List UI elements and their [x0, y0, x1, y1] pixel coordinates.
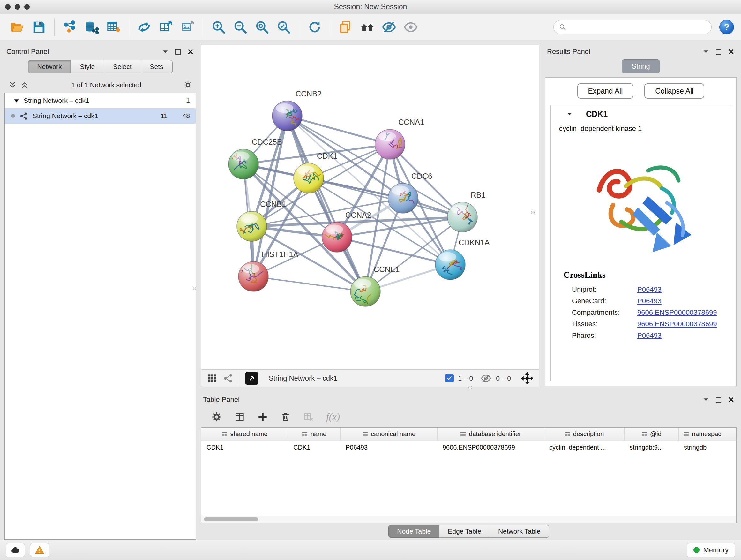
column-header--id[interactable]: @id: [624, 428, 679, 441]
column-header-description[interactable]: description: [544, 428, 624, 441]
new-network-from-selection-button[interactable]: [134, 17, 154, 38]
hide-selected-button[interactable]: [379, 17, 399, 38]
expand-all-icon[interactable]: [8, 81, 17, 89]
horizontal-scrollbar[interactable]: [201, 516, 736, 523]
tab-network-table[interactable]: Network Table: [490, 525, 549, 538]
network-edge[interactable]: [287, 116, 365, 292]
help-button[interactable]: ?: [719, 20, 734, 35]
network-node-CDK1[interactable]: CDK1: [293, 152, 337, 193]
tab-node-table[interactable]: Node Table: [388, 525, 440, 538]
panel-maximize-icon[interactable]: [175, 49, 181, 55]
network-edge[interactable]: [253, 276, 365, 292]
birdseye-view-icon[interactable]: [207, 373, 217, 383]
main-area: Control Panel NetworkStyleSelectSets 1 o…: [0, 40, 741, 540]
splitter-handle[interactable]: [193, 287, 196, 290]
zoom-fit-button[interactable]: [252, 17, 272, 38]
section-collapse-icon[interactable]: [566, 111, 573, 118]
eye-icon: [403, 20, 418, 35]
save-session-button[interactable]: [29, 17, 49, 38]
documents-button[interactable]: [335, 17, 356, 38]
panel-float-icon[interactable]: [702, 48, 710, 55]
apply-preferred-layout-button[interactable]: [305, 17, 325, 38]
column-header-namespac[interactable]: namespac: [679, 428, 736, 441]
crosslink-value[interactable]: 9606.ENSP00000378699: [637, 320, 717, 328]
tab-string[interactable]: String: [622, 59, 660, 73]
hidden-eye-icon[interactable]: [481, 373, 491, 384]
export-network-button[interactable]: [156, 17, 176, 38]
panel-close-icon[interactable]: [187, 48, 194, 55]
tab-select[interactable]: Select: [104, 60, 141, 73]
open-session-button[interactable]: [7, 17, 27, 38]
tab-style[interactable]: Style: [71, 60, 104, 73]
cloud-status-button[interactable]: [6, 543, 25, 557]
tab-sets[interactable]: Sets: [141, 60, 173, 73]
network-collection-row[interactable]: String Network – cdk1 1: [5, 93, 196, 108]
show-selected-button[interactable]: [401, 17, 421, 38]
tab-edge-table[interactable]: Edge Table: [440, 525, 490, 538]
network-node-CCNB2[interactable]: CCNB2: [272, 89, 321, 131]
table-export-icon: [158, 20, 173, 35]
column-header-database-identifier[interactable]: database identifier: [437, 428, 544, 441]
network-node-HIST1H1A[interactable]: HIST1H1A: [239, 250, 298, 292]
crosslink-value[interactable]: P06493: [637, 297, 662, 305]
network-node-CCNA1[interactable]: CCNA1: [375, 118, 424, 159]
export-image-button[interactable]: [178, 17, 198, 38]
expand-all-button[interactable]: Expand All: [577, 83, 634, 99]
import-table-from-file-button[interactable]: [103, 17, 124, 38]
pan-crosshair-icon[interactable]: [521, 372, 533, 384]
open-folder-icon: [10, 20, 24, 35]
minimize-window-button[interactable]: [15, 4, 20, 10]
network-node-RB1[interactable]: RB1: [448, 191, 486, 232]
search-input[interactable]: [569, 23, 706, 30]
warnings-button[interactable]: [30, 543, 49, 557]
network-node-CCNE1[interactable]: CCNE1: [350, 265, 400, 312]
zoom-in-button[interactable]: [208, 17, 229, 38]
hidden-count: 0 – 0: [496, 374, 511, 382]
zoom-out-button[interactable]: [230, 17, 251, 38]
panel-float-icon[interactable]: [162, 48, 169, 55]
add-column-icon[interactable]: [257, 412, 268, 422]
network-node-CDKN1A[interactable]: CDKN1A: [435, 238, 489, 280]
splitter-handle[interactable]: [531, 211, 535, 214]
panel-float-icon[interactable]: [702, 396, 710, 403]
panel-maximize-icon[interactable]: [716, 49, 721, 55]
table-settings-gear-icon[interactable]: [211, 412, 222, 422]
crosslink-value[interactable]: P06493: [637, 286, 662, 294]
scrollbar-thumb[interactable]: [204, 517, 258, 521]
collapse-all-button[interactable]: Collapse All: [644, 83, 704, 99]
home-button[interactable]: [357, 17, 378, 38]
crosslink-row: Uniprot:P06493: [551, 284, 731, 295]
panel-close-icon[interactable]: [728, 396, 735, 403]
network-row-selected[interactable]: String Network – cdk1 11 48: [5, 108, 196, 124]
column-header-shared-name[interactable]: shared name: [201, 428, 288, 441]
show-columns-icon[interactable]: [234, 412, 245, 422]
network-share-icon[interactable]: [223, 373, 233, 383]
selected-checkbox-icon[interactable]: [445, 374, 454, 382]
network-canvas[interactable]: CCNB2CCNA1CDC25BCDK1CDC6RB1CCNB1CCNA2CDK…: [201, 45, 539, 369]
open-in-window-button[interactable]: [245, 372, 259, 385]
table-row[interactable]: CDK1CDK1P064939606.ENSP00000378699cyclin…: [201, 441, 736, 454]
splitter-handle[interactable]: [468, 386, 472, 389]
collapse-all-icon[interactable]: [20, 81, 29, 89]
gear-icon[interactable]: [184, 81, 192, 89]
crosslink-label: Pharos:: [572, 331, 637, 340]
tree-expand-icon[interactable]: [14, 98, 19, 104]
zoom-selected-button[interactable]: [273, 17, 294, 38]
network-node-CCNB1[interactable]: CCNB1: [237, 200, 286, 241]
column-header-canonical-name[interactable]: canonical name: [340, 428, 437, 441]
tab-network[interactable]: Network: [28, 60, 71, 73]
crosslink-value[interactable]: 9606.ENSP00000378699: [637, 308, 717, 317]
network-tree: String Network – cdk1 1 String Network –…: [4, 92, 196, 540]
import-network-from-database-button[interactable]: [81, 17, 102, 38]
memory-button[interactable]: Memory: [687, 543, 735, 557]
import-network-from-file-button[interactable]: [60, 17, 80, 38]
column-label: database identifier: [469, 430, 521, 438]
panel-maximize-icon[interactable]: [716, 397, 721, 402]
zoom-window-button[interactable]: [24, 4, 30, 10]
crosslink-value[interactable]: P06493: [637, 331, 662, 340]
cell-namespac: stringdb: [679, 441, 736, 454]
panel-close-icon[interactable]: [728, 48, 735, 55]
close-window-button[interactable]: [5, 4, 10, 10]
delete-column-icon[interactable]: [280, 412, 291, 422]
column-header-name[interactable]: name: [288, 428, 340, 441]
